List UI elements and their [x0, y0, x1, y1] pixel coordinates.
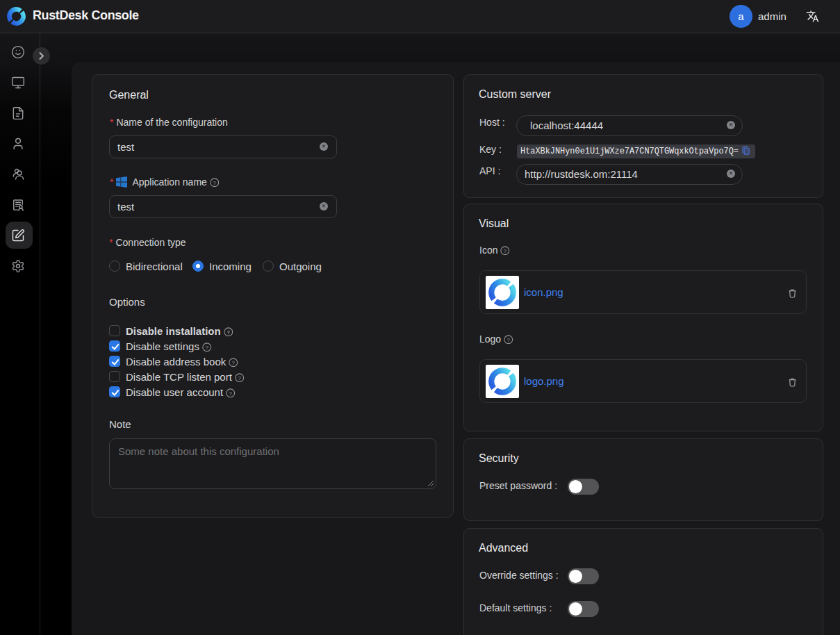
svg-text:?: ?	[504, 247, 507, 254]
svg-text:?: ?	[232, 359, 236, 365]
svg-text:?: ?	[238, 374, 242, 381]
svg-text:?: ?	[229, 390, 233, 396]
svg-text:?: ?	[507, 336, 511, 343]
svg-text:?: ?	[213, 179, 216, 185]
svg-text:?: ?	[206, 344, 209, 350]
svg-text:?: ?	[227, 329, 230, 335]
